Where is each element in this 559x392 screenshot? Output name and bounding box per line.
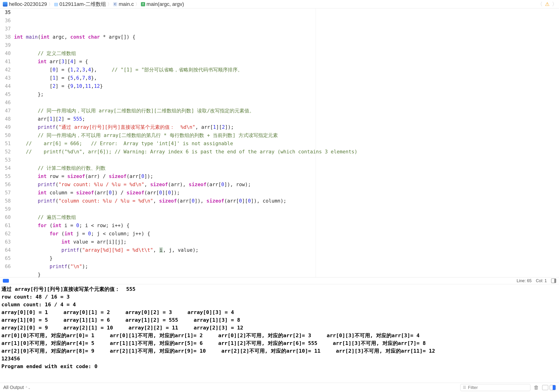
line-number: 35	[0, 9, 11, 17]
console-filter-field[interactable]: ☰	[460, 384, 531, 391]
code-line[interactable]	[14, 41, 559, 49]
line-number: 66	[0, 262, 11, 271]
code-line[interactable]: // 同一作用域内，不可以用 array[二维数组的第几行 * 每行数组的列数 …	[14, 131, 559, 140]
breadcrumb-project-label: helloc-20230129	[9, 1, 47, 7]
line-number: 46	[0, 99, 11, 107]
breadcrumb-folder[interactable]: ▤ 012911am-二维数组	[53, 1, 107, 8]
xcode-project-icon	[3, 2, 8, 7]
show-console-view-button[interactable]	[550, 385, 556, 390]
line-number: 59	[0, 205, 11, 213]
line-number: 37	[0, 25, 11, 33]
code-line[interactable]: [0] = {1,2,3,4}, // "[1] = "部分可以省略，省略则按代…	[14, 66, 559, 74]
code-line[interactable]: printf("array[%d][%d] = %d\t\t", i, j, v…	[14, 246, 559, 254]
code-line[interactable]: };	[14, 90, 559, 99]
console-filter-input[interactable]	[468, 385, 528, 390]
line-number: 39	[0, 41, 11, 49]
warning-indicator-icon[interactable]: ⚠︎	[545, 1, 550, 7]
code-line[interactable]: arr[1][2] = 555;	[14, 115, 559, 123]
line-number: 62	[0, 230, 11, 238]
breadcrumb-project[interactable]: helloc-20230129	[2, 1, 48, 7]
function-icon: f	[141, 2, 145, 6]
code-line[interactable]	[14, 205, 559, 213]
output-selector[interactable]: All Output ⌃⌄	[3, 385, 31, 390]
line-number: 65	[0, 254, 11, 262]
code-line[interactable]: printf("通过 array[行号][列号]直接读写某个元素的值： %d\n…	[14, 123, 559, 131]
code-line[interactable]: int value = arr[i][j];	[14, 238, 559, 246]
code-line[interactable]	[14, 99, 559, 107]
line-number: 47	[0, 107, 11, 115]
clear-console-button[interactable]: 🗑	[534, 384, 539, 391]
line-number-gutter: 3536373839404142434445464748495051525354…	[0, 9, 14, 277]
line-number: 41	[0, 58, 11, 66]
nav-forward-button[interactable]: 〉	[552, 1, 557, 8]
code-line[interactable]: }	[14, 271, 559, 277]
debug-bottom-bar: All Output ⌃⌄ ☰ 🗑	[0, 383, 559, 392]
breakpoint-toggle-button[interactable]	[3, 279, 9, 283]
line-number: 50	[0, 131, 11, 140]
code-line[interactable]: for (int i = 0; i < row; i++) {	[14, 222, 559, 230]
line-number: 52	[0, 148, 11, 156]
line-number: 64	[0, 246, 11, 254]
code-line[interactable]: printf("\n");	[14, 262, 559, 271]
c-file-icon: C	[113, 2, 117, 6]
line-number: 36	[0, 17, 11, 25]
line-number: 44	[0, 82, 11, 90]
debug-console-output[interactable]: 通过 array[行号][列号]直接读写某个元素的值： 555 row coun…	[0, 284, 559, 383]
line-number: 54	[0, 164, 11, 172]
line-number: 42	[0, 66, 11, 74]
line-number: 48	[0, 115, 11, 123]
output-selector-label: All Output	[3, 385, 24, 390]
line-number: 55	[0, 172, 11, 181]
breadcrumb-file[interactable]: C main.c	[112, 1, 135, 7]
line-number: 60	[0, 213, 11, 222]
code-line[interactable]: // 计算二维数组的行数、列数	[14, 164, 559, 172]
filter-icon: ☰	[463, 385, 466, 390]
line-number: 38	[0, 33, 11, 41]
line-number: 63	[0, 238, 11, 246]
code-line[interactable]: printf("column count: %lu / %lu = %d\n",…	[14, 197, 559, 205]
cursor-line-label: Line: 65	[517, 279, 532, 283]
line-number: 45	[0, 90, 11, 99]
chevron-right-icon: 〉	[107, 1, 112, 7]
breadcrumb-symbol-label: main(argc, argv)	[147, 1, 184, 7]
line-number: 58	[0, 197, 11, 205]
chevron-right-icon: 〉	[48, 1, 53, 7]
code-line[interactable]: int main(int argc, const char * argv[]) …	[14, 33, 559, 41]
code-line[interactable]: // printf("%d\n", arr[6]); // Warning: A…	[14, 148, 559, 156]
code-line[interactable]: // 定义二维数组	[14, 49, 559, 58]
line-number: 56	[0, 181, 11, 189]
code-line[interactable]: for (int j = 0; j < column; j++) {	[14, 230, 559, 238]
source-code[interactable]: int main(int argc, const char * argv[]) …	[14, 9, 559, 277]
code-line[interactable]: }	[14, 254, 559, 262]
cursor-col-label: Col: 1	[536, 279, 547, 283]
line-number: 61	[0, 222, 11, 230]
code-line[interactable]	[14, 156, 559, 164]
show-variables-view-button[interactable]	[542, 385, 548, 390]
line-number: 53	[0, 156, 11, 164]
breadcrumb: helloc-20230129 〉 ▤ 012911am-二维数组 〉 C ma…	[0, 0, 559, 9]
line-number: 40	[0, 49, 11, 58]
code-line[interactable]: [1] = {5,6,7,8},	[14, 74, 559, 82]
editor-status-bar: Line: 65 Col: 1	[0, 277, 559, 284]
line-number: 51	[0, 140, 11, 148]
breadcrumb-folder-label: 012911am-二维数组	[59, 1, 106, 8]
code-line[interactable]: // 同一作用域内，可以用 array[二维数组的行数][二维数组的列数] 读取…	[14, 107, 559, 115]
code-line[interactable]: [2] = {9,10,11,12}	[14, 82, 559, 90]
breadcrumb-file-label: main.c	[119, 1, 134, 7]
code-line[interactable]: int row = sizeof(arr) / sizeof(arr[0]);	[14, 172, 559, 181]
line-number: 43	[0, 74, 11, 82]
code-line[interactable]: // arr[6] = 666; // Error: Array type 'i…	[14, 140, 559, 148]
code-line[interactable]: int arr[3][4] = {	[14, 58, 559, 66]
chevron-right-icon: 〉	[135, 1, 140, 7]
code-editor[interactable]: 3536373839404142434445464748495051525354…	[0, 9, 559, 277]
code-line[interactable]: int column = sizeof(arr[0]) / sizeof(arr…	[14, 189, 559, 197]
code-line[interactable]: printf("row count: %lu / %lu = %d\n", si…	[14, 181, 559, 189]
minimap-toggle-button[interactable]	[551, 279, 556, 283]
line-number: 49	[0, 123, 11, 131]
nav-back-button[interactable]: 〈	[538, 1, 543, 8]
code-line[interactable]: // 遍历二维数组	[14, 213, 559, 222]
breadcrumb-symbol[interactable]: f main(argc, argv)	[140, 1, 185, 7]
line-number: 57	[0, 189, 11, 197]
updown-icon: ⌃⌄	[25, 386, 31, 390]
folder-icon: ▤	[54, 2, 58, 7]
